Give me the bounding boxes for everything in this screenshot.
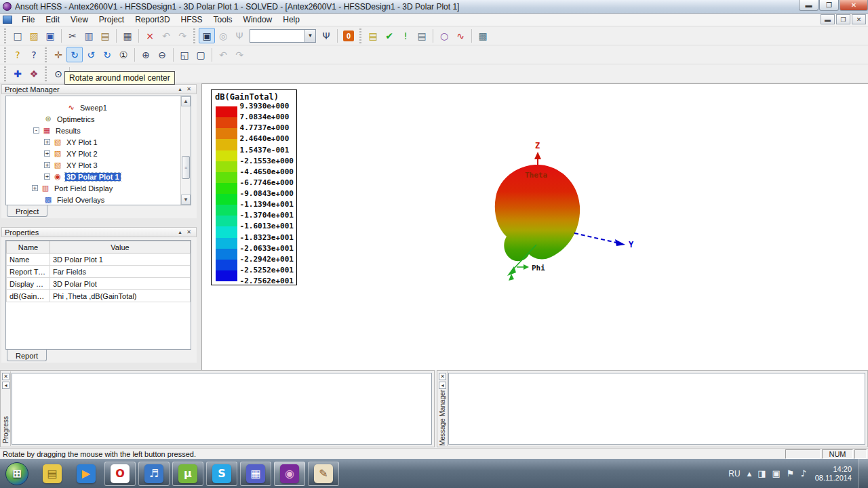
save-button[interactable]: ▣: [42, 28, 58, 43]
minimize-button[interactable]: ▬: [799, 0, 818, 11]
edit-sources-button[interactable]: ▤: [365, 28, 381, 43]
language-indicator[interactable]: RU: [728, 469, 740, 479]
solution-data-button[interactable]: ▤: [414, 28, 430, 43]
menu-item-window[interactable]: Window: [238, 14, 278, 26]
hidden-icons-arrow[interactable]: ▴: [747, 468, 752, 479]
taskbar-clock[interactable]: 14:20 08.11.2014: [815, 465, 852, 483]
taskbar-hfss[interactable]: ◉: [274, 462, 305, 486]
toolbar-grip[interactable]: [3, 47, 7, 62]
analyze-all-button[interactable]: !: [397, 28, 414, 43]
orientation-button[interactable]: ❖: [26, 66, 42, 81]
menu-item-tools[interactable]: Tools: [208, 14, 238, 26]
property-value[interactable]: 3D Polar Plot 1: [50, 253, 191, 266]
chevron-down-icon[interactable]: ▼: [304, 30, 315, 42]
fit-view-button[interactable]: ▢: [193, 47, 209, 62]
polar-plot-window[interactable]: dB(GainTotal) 9.3930e+0007.0834e+0004.77…: [201, 83, 868, 370]
delete-button[interactable]: ×: [142, 28, 158, 43]
taskbar-floppy[interactable]: ▦: [240, 462, 271, 486]
tree-scrollbar[interactable]: ▲ ≡ ▼: [180, 96, 191, 205]
undo-button[interactable]: ↶: [158, 28, 174, 43]
child-restore-button[interactable]: ❐: [836, 14, 850, 24]
menu-item-hfss[interactable]: HFSS: [176, 14, 208, 26]
property-value[interactable]: Phi ,Theta ,dB(GainTotal): [50, 290, 191, 302]
paste-button[interactable]: ▤: [97, 28, 113, 43]
new-button[interactable]: □: [9, 28, 26, 43]
close-button[interactable]: ✕: [840, 0, 868, 11]
view-redo-button[interactable]: ↷: [231, 47, 248, 62]
scroll-thumb[interactable]: ≡: [182, 156, 190, 179]
property-row[interactable]: Display Ty...3D Polar Plot: [7, 278, 191, 290]
branch-button[interactable]: Ψ: [231, 28, 248, 43]
redo-button[interactable]: ↷: [174, 28, 191, 43]
collapse-icon[interactable]: ◂: [2, 382, 9, 389]
tree-item-xy-plot-2[interactable]: +▧XY Plot 2: [6, 148, 191, 159]
tree-item-port-field-display[interactable]: +▥Port Field Display: [6, 182, 191, 194]
copy-button[interactable]: ▥: [81, 28, 97, 43]
expand-icon[interactable]: +: [44, 139, 50, 145]
view-undo-button[interactable]: ↶: [215, 47, 231, 62]
rotate-axis-button[interactable]: ↺: [83, 47, 99, 62]
property-row[interactable]: Name3D Polar Plot 1: [7, 253, 191, 266]
tree-item-xy-plot-3[interactable]: +▧XY Plot 3: [6, 159, 191, 171]
child-minimize-button[interactable]: ▬: [821, 14, 835, 24]
toolbar-grip[interactable]: [359, 28, 363, 43]
toolbar-grip[interactable]: [3, 28, 7, 43]
taskbar-media-player[interactable]: ▶: [71, 462, 102, 486]
network-icon[interactable]: ▣: [772, 468, 781, 479]
action-center-flag-icon[interactable]: ⚑: [787, 468, 795, 479]
solve-setup-button[interactable]: 0: [340, 28, 357, 43]
rotate-screen-button[interactable]: ↻: [99, 47, 115, 62]
property-row[interactable]: dB(GainTo...Phi ,Theta ,dB(GainTotal): [7, 290, 191, 302]
toolbar-grip[interactable]: [193, 28, 197, 43]
menu-item-edit[interactable]: Edit: [40, 14, 65, 26]
restore-button[interactable]: ❐: [819, 0, 839, 11]
menu-item-file[interactable]: File: [16, 14, 40, 26]
tab-report[interactable]: Report: [7, 350, 47, 361]
solid-model-button[interactable]: ▣: [199, 28, 215, 43]
context-help-button[interactable]: ?: [26, 47, 42, 62]
selection-combobox-input[interactable]: [250, 30, 304, 42]
toolbar-grip[interactable]: [44, 66, 48, 81]
toolbar-grip[interactable]: [3, 66, 7, 81]
menu-item-help[interactable]: Help: [277, 14, 305, 26]
menu-item-project[interactable]: Project: [94, 14, 130, 26]
collapse-icon[interactable]: -: [33, 127, 39, 134]
child-close-button[interactable]: ✕: [852, 14, 866, 24]
help-topics-button[interactable]: ?: [9, 47, 26, 62]
panel-pin-icon[interactable]: ▴: [176, 85, 184, 93]
expand-icon[interactable]: +: [44, 174, 50, 180]
tree-item-optimetrics[interactable]: ⊛Optimetrics: [6, 113, 191, 125]
taskbar-skype[interactable]: S: [206, 462, 237, 486]
tree-item-xy-plot-1[interactable]: +▧XY Plot 1: [6, 136, 191, 148]
collapse-icon[interactable]: ◂: [439, 382, 446, 389]
power-icon[interactable]: ◨: [757, 468, 766, 479]
tab-project[interactable]: Project: [7, 205, 47, 217]
create-report-button[interactable]: ∿: [452, 28, 469, 43]
property-value[interactable]: 3D Polar Plot: [50, 278, 191, 290]
column-header-value[interactable]: Value: [50, 241, 191, 253]
property-value[interactable]: Far Fields: [50, 266, 191, 278]
expand-icon[interactable]: +: [44, 162, 50, 168]
cut-button[interactable]: ✂: [64, 28, 81, 43]
rotate-model-center-button[interactable]: ↻: [66, 47, 83, 62]
column-header-name[interactable]: Name: [7, 241, 50, 253]
volume-tray-icon[interactable]: ♪: [800, 468, 806, 479]
close-icon[interactable]: ✕: [439, 373, 446, 380]
print-button[interactable]: ▦: [119, 28, 136, 43]
pan-button[interactable]: ✛: [50, 47, 66, 62]
zoom-definition-button[interactable]: ①: [115, 47, 132, 62]
panel-close-icon[interactable]: ✕: [184, 228, 193, 236]
menu-item-report3d[interactable]: Report3D: [130, 14, 175, 26]
taskbar-opera[interactable]: O: [104, 462, 136, 486]
toolbar-grip[interactable]: [44, 47, 48, 62]
taskbar-volume[interactable]: ♬: [138, 462, 170, 486]
tree-item-sweep1[interactable]: ∿Sweep1: [6, 102, 191, 113]
probe-button[interactable]: ◎: [215, 28, 231, 43]
radiation-pattern-3d[interactable]: Z Theta Y Phi: [435, 126, 652, 289]
taskbar-paint[interactable]: ✎: [308, 462, 339, 486]
panel-close-icon[interactable]: ✕: [184, 85, 193, 93]
zoom-out-button[interactable]: ⊖: [154, 47, 170, 62]
scroll-up-icon[interactable]: ▲: [181, 96, 191, 106]
expand-icon[interactable]: +: [44, 150, 50, 157]
panel-pin-icon[interactable]: ▴: [176, 228, 184, 236]
